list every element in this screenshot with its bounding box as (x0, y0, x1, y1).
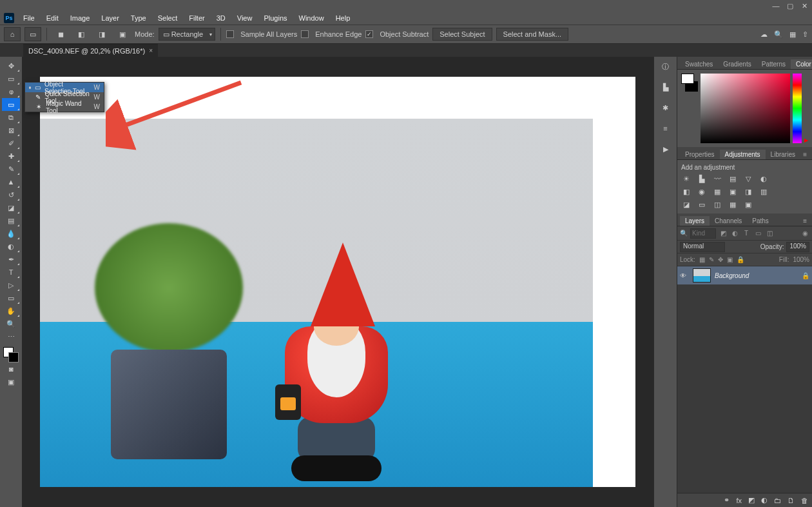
more-tools[interactable]: ⋯ (2, 330, 20, 343)
menu-type[interactable]: Type (126, 14, 151, 22)
menu-3d[interactable]: 3D (211, 14, 231, 22)
filter-shape-icon[interactable]: ▭ (753, 230, 762, 237)
menu-edit[interactable]: Edit (41, 14, 64, 22)
flyout-magic-wand[interactable]: ✶ Magic Wand Tool W (25, 102, 104, 112)
panel-menu-icon[interactable]: ≡ (800, 216, 809, 226)
tab-properties[interactable]: Properties (680, 150, 720, 159)
object-selection-tool[interactable]: ▭ (2, 98, 20, 111)
document-canvas[interactable] (40, 77, 635, 487)
brightness-icon[interactable]: ☀ (681, 174, 691, 184)
home-button[interactable]: ⌂ (4, 27, 21, 41)
new-layer-icon[interactable]: 🗋 (788, 497, 795, 504)
filter-image-icon[interactable]: ◩ (719, 230, 728, 237)
new-adjustment-icon[interactable]: ◐ (761, 496, 768, 504)
search-icon[interactable]: 🔍 (680, 230, 688, 237)
channel-mixer-icon[interactable]: ▦ (712, 186, 722, 197)
close-document-icon[interactable]: × (149, 47, 153, 54)
info-panel-icon[interactable]: ⓘ (660, 61, 672, 72)
menu-window[interactable]: Window (294, 14, 329, 22)
crop-tool[interactable]: ⧉ (2, 111, 20, 124)
stamp-tool[interactable]: ▲ (2, 175, 20, 188)
more-adjust-icon[interactable]: ▦ (728, 199, 738, 210)
mode-dropdown[interactable]: ▭ Rectangle (159, 28, 216, 41)
intersect-selection-icon[interactable]: ▣ (114, 27, 131, 41)
layer-row-background[interactable]: 👁 Background 🔒 (677, 266, 812, 284)
tab-swatches[interactable]: Swatches (680, 59, 718, 69)
layer-fx-icon[interactable]: fx (736, 497, 742, 504)
lock-brush-icon[interactable]: ✎ (709, 256, 714, 263)
selective-color-icon[interactable]: ◫ (712, 199, 722, 210)
dodge-tool[interactable]: ◐ (2, 240, 20, 253)
minimize-button[interactable]: — (771, 1, 781, 10)
eraser-tool[interactable]: ◪ (2, 201, 20, 214)
menu-file[interactable]: File (18, 14, 40, 22)
lock-icon[interactable]: 🔒 (802, 272, 809, 279)
object-subtract-checkbox[interactable] (365, 30, 373, 38)
photo-filter-icon[interactable]: ◉ (697, 186, 707, 197)
opacity-value[interactable]: 100% (786, 242, 809, 252)
more-adjust-icon-2[interactable]: ▣ (743, 199, 753, 210)
visibility-icon[interactable]: 👁 (680, 272, 689, 279)
hue-slider[interactable] (793, 74, 802, 143)
sample-all-layers-checkbox[interactable] (226, 30, 234, 38)
link-layers-icon[interactable]: ⚭ (724, 496, 730, 504)
select-subject-button[interactable]: Select Subject (432, 28, 492, 41)
menu-plugins[interactable]: Plugins (258, 14, 292, 22)
filter-smart-icon[interactable]: ◫ (765, 230, 774, 237)
history-brush-tool[interactable]: ↺ (2, 188, 20, 201)
lasso-tool[interactable]: ⱷ (2, 85, 20, 98)
gradient-tool[interactable]: ▤ (2, 214, 20, 227)
fill-value[interactable]: 100% (793, 256, 809, 263)
zoom-tool[interactable]: 🔍 (2, 317, 20, 330)
menu-help[interactable]: Help (331, 14, 356, 22)
tab-channels[interactable]: Channels (710, 216, 747, 226)
search-icon[interactable]: 🔍 (774, 30, 783, 39)
hand-tool[interactable]: ✋ (2, 304, 20, 317)
frame-tool[interactable]: ⊠ (2, 124, 20, 137)
lock-move-icon[interactable]: ✥ (718, 256, 723, 263)
levels-icon[interactable]: ▙ (697, 174, 707, 184)
hue-sat-icon[interactable]: ◐ (759, 174, 769, 184)
cloud-sync-icon[interactable]: ☁ (760, 30, 768, 39)
filter-toggle-icon[interactable]: ◉ (800, 230, 809, 237)
bw-icon[interactable]: ◧ (681, 186, 691, 197)
tab-patterns[interactable]: Patterns (757, 59, 791, 69)
tab-color[interactable]: Color (791, 59, 812, 69)
color-picker-field[interactable] (701, 74, 790, 143)
new-selection-icon[interactable]: ◼ (52, 27, 69, 41)
blur-tool[interactable]: 💧 (2, 227, 20, 240)
layer-mask-icon[interactable]: ◩ (748, 496, 755, 504)
layer-kind-filter[interactable] (690, 228, 716, 239)
enhance-edge-checkbox[interactable] (301, 30, 309, 38)
invert-icon[interactable]: ◨ (743, 186, 753, 197)
layer-thumbnail[interactable] (693, 268, 711, 283)
blend-mode-dropdown[interactable]: Normal (680, 242, 725, 252)
marquee-tool[interactable]: ▭ (2, 72, 20, 85)
new-group-icon[interactable]: 🗀 (774, 497, 781, 504)
curves-icon[interactable]: 〰 (712, 174, 722, 184)
select-and-mask-button[interactable]: Select and Mask... (496, 28, 569, 41)
foreground-background-swatches[interactable] (3, 347, 19, 363)
type-tool[interactable]: T (2, 266, 20, 279)
filter-type-icon[interactable]: T (742, 230, 751, 237)
quick-mask-icon[interactable]: ◙ (2, 363, 20, 375)
menu-filter[interactable]: Filter (184, 14, 209, 22)
current-tool-icon[interactable]: ▭ (24, 27, 41, 41)
workspace-icon[interactable]: ▦ (789, 30, 796, 39)
color-swatches[interactable] (681, 74, 698, 143)
add-selection-icon[interactable]: ◧ (73, 27, 90, 41)
posterize-icon[interactable]: ▥ (759, 186, 769, 197)
brush-tool[interactable]: ✎ (2, 163, 20, 175)
threshold-icon[interactable]: ◪ (681, 199, 691, 210)
lock-trans-icon[interactable]: ▦ (699, 256, 705, 263)
delete-layer-icon[interactable]: 🗑 (801, 497, 808, 504)
tab-layers[interactable]: Layers (680, 216, 710, 226)
vibrance-icon[interactable]: ▽ (743, 174, 753, 184)
navigator-panel-icon[interactable]: ✱ (660, 102, 672, 114)
actions-panel-icon[interactable]: ▶ (660, 143, 672, 155)
tab-paths[interactable]: Paths (747, 216, 774, 226)
gradient-map-icon[interactable]: ▭ (697, 199, 707, 210)
maximize-button[interactable]: ▢ (785, 1, 795, 10)
menu-select[interactable]: Select (153, 14, 183, 22)
color-lookup-icon[interactable]: ▣ (728, 186, 738, 197)
